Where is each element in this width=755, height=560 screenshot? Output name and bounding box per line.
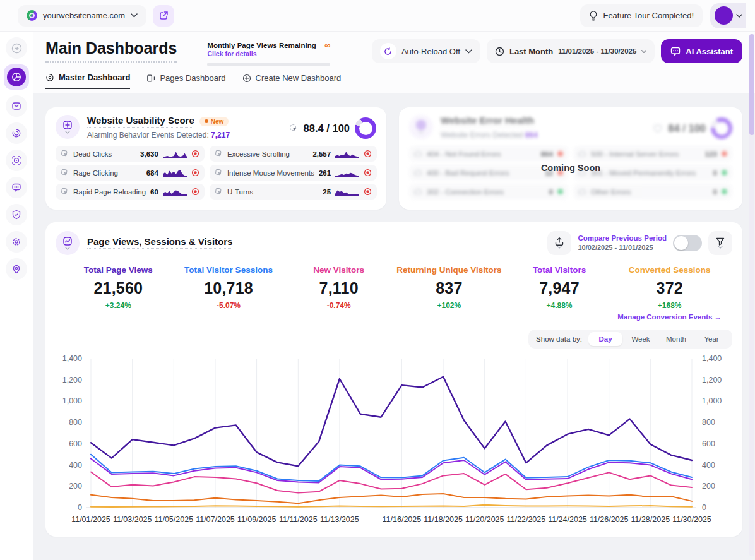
chart-card-icon-button[interactable] (56, 231, 80, 255)
tab-label: Master Dashboard (59, 73, 130, 82)
tab-create-new-dashboard[interactable]: Create New Dashboard (242, 73, 342, 89)
sidebar-item-inbox[interactable] (6, 95, 27, 117)
error-subtitle: Website Errors Detected 864 (441, 131, 538, 140)
quota-details-link[interactable]: Click for details (207, 50, 330, 57)
usability-card-icon-button[interactable] (56, 115, 80, 139)
sidebar-item-dashboards[interactable] (4, 64, 29, 90)
svg-text:800: 800 (702, 418, 715, 427)
svg-text:11/30/2025: 11/30/2025 (672, 515, 711, 524)
sparkline (163, 188, 187, 196)
sidebar-item-security[interactable] (6, 204, 27, 225)
segment-day[interactable]: Day (588, 332, 622, 346)
error-card-icon-button[interactable] (409, 115, 433, 139)
compare-toggle[interactable] (673, 235, 702, 251)
error-score-value: 84 / 100 (668, 122, 706, 134)
open-website-button[interactable] (153, 5, 174, 27)
usability-subtitle: Alarming Behavior Events Detected: 7,217 (87, 131, 230, 140)
export-button[interactable] (547, 231, 571, 255)
metric-label: U-Turns (227, 188, 253, 196)
kpi-delta: -5.07% (174, 301, 284, 310)
sparkline (335, 150, 359, 158)
tab-pages-dashboard[interactable]: Pages Dashboard (146, 73, 225, 89)
scrollbar-thumb[interactable] (749, 34, 754, 135)
chevron-down-icon (736, 14, 742, 18)
avatar (715, 6, 733, 25)
ai-assistant-button[interactable]: AI Assistant (661, 39, 742, 63)
click-tag-icon (215, 188, 223, 196)
metric-value: 261 (319, 169, 331, 177)
svg-text:11/24/2025: 11/24/2025 (548, 515, 587, 524)
segment-week[interactable]: Week (624, 332, 658, 346)
kpi-delta: +4.88% (504, 301, 615, 310)
main-content: Website Usability Score New Alarming Beh… (33, 93, 755, 560)
map-pin-icon (11, 264, 21, 274)
kpi-value: 7,110 (283, 279, 394, 297)
gear-icon (11, 237, 21, 247)
metric-label: Excessive Scrolling (227, 150, 290, 158)
usability-card-title: Website Usability Score (87, 115, 194, 128)
site-selector[interactable]: yourwebsitename.com (18, 5, 146, 27)
kpi-stat: Converted Sessions 372 +168%Manage Conve… (614, 265, 725, 321)
chevron-down-icon (131, 13, 138, 18)
kpi-label: Total Page Views (63, 265, 174, 275)
chevron-down-icon (65, 131, 70, 134)
sidebar-item-heatmaps[interactable] (6, 150, 27, 171)
record-icon[interactable] (191, 150, 199, 158)
chevron-down-icon (557, 246, 562, 249)
record-icon[interactable] (364, 150, 372, 158)
user-menu[interactable] (710, 3, 746, 28)
sidebar-item-journeys[interactable] (6, 258, 27, 280)
sidebar-item-settings[interactable] (6, 231, 27, 253)
tab-master-dashboard[interactable]: Master Dashboard (45, 73, 130, 89)
segment-year[interactable]: Year (694, 332, 728, 346)
kpi-label: Total Visitors (504, 265, 615, 275)
record-icon[interactable] (364, 169, 372, 177)
kpi-value: 837 (394, 279, 504, 297)
date-range-picker[interactable]: Last Month 11/01/2025 - 11/30/2025 (487, 39, 655, 63)
sidebar-item-session-replay[interactable] (6, 122, 27, 144)
chevron-down-icon (419, 131, 424, 134)
pages-dashboard-icon (146, 74, 155, 83)
export-icon (555, 237, 564, 246)
record-icon[interactable] (191, 169, 199, 177)
feature-tour-button[interactable]: Feature Tour Completed! (580, 4, 703, 27)
trend-chart-icon (62, 236, 73, 246)
mail-icon (11, 101, 21, 111)
sidebar-collapse-button[interactable] (6, 37, 27, 59)
svg-text:11/09/2025: 11/09/2025 (237, 515, 276, 524)
kpi-delta: +102% (394, 301, 504, 310)
metric-value: 684 (146, 169, 158, 177)
svg-text:11/28/2025: 11/28/2025 (631, 515, 670, 524)
kpi-delta: -0.74% (283, 301, 394, 310)
error-metric-row: 500 - Internal Server Errors123 (573, 146, 732, 162)
auto-reload-dropdown[interactable]: Auto-Reload Off (372, 39, 480, 63)
cloud-icon (414, 150, 422, 157)
metric-label: 302 - Connection Errors (427, 188, 504, 196)
svg-text:600: 600 (69, 439, 82, 448)
sidebar-item-feedback[interactable] (6, 177, 27, 198)
metric-label: Dead Clicks (73, 150, 112, 158)
new-badge: New (199, 117, 229, 126)
metric-value: 864 (541, 150, 553, 158)
usability-metric-row: Dead Clicks3,630 (56, 146, 205, 162)
manage-conversion-events-link[interactable]: Manage Conversion Events → (614, 313, 725, 321)
widget-grid-icon (416, 120, 426, 130)
usability-metrics-grid: Dead Clicks3,630Rage Clicking684Rapid Pa… (56, 146, 376, 200)
metric-label: Rage Clicking (73, 169, 118, 177)
filter-button[interactable] (708, 231, 732, 255)
svg-text:11/13/2025: 11/13/2025 (320, 515, 359, 524)
traffic-chart-card: Page Views, Sessions & Visitors Compare … (45, 222, 742, 537)
segment-month[interactable]: Month (659, 332, 693, 346)
chart-card-title: Page Views, Sessions & Visitors (87, 236, 232, 249)
compare-range: 10/02/2025 - 11/01/2025 (578, 243, 667, 253)
svg-text:400: 400 (702, 461, 715, 470)
record-icon[interactable] (364, 188, 372, 196)
record-icon[interactable] (191, 188, 199, 196)
metric-value: 0 (713, 188, 717, 196)
status-dot (557, 189, 563, 194)
svg-text:11/22/2025: 11/22/2025 (507, 515, 546, 524)
usability-score-value: 88.4 / 100 (304, 122, 350, 134)
page-scrollbar[interactable] (749, 34, 754, 556)
kpi-label: New Visitors (283, 265, 394, 275)
focus-record-icon (11, 155, 21, 165)
